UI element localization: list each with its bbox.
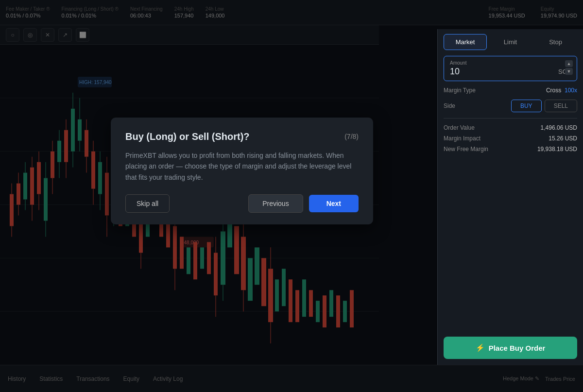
place-order-label: Place Buy Order <box>489 344 546 352</box>
margin-type-row: Margin Type Cross 100x <box>444 87 577 94</box>
margin-type-leverage[interactable]: 100x <box>565 87 577 94</box>
tutorial-card: Buy (Long) or Sell (Short)? (7/8) PrimeX… <box>111 118 373 224</box>
new-free-margin-row: New Free Margin 19,938.18 USD <box>444 146 577 153</box>
tutorial-header: Buy (Long) or Sell (Short)? (7/8) <box>125 131 359 142</box>
side-buttons: BUY SELL <box>511 100 577 112</box>
new-free-margin-label: New Free Margin <box>444 146 488 153</box>
tab-stop[interactable]: Stop <box>534 34 577 50</box>
amount-value[interactable]: 10 <box>450 67 460 77</box>
amount-arrows: ▲ ▼ <box>565 60 573 75</box>
amount-field: Amount 10 SOL ▲ ▼ <box>444 56 577 81</box>
amount-down-button[interactable]: ▼ <box>565 68 573 75</box>
order-panel: Market Limit Stop Amount 10 SOL ▲ ▼ Marg… <box>437 29 583 365</box>
divider <box>444 118 577 119</box>
buy-button[interactable]: BUY <box>511 100 542 112</box>
new-free-margin-value: 19,938.18 USD <box>537 146 577 153</box>
order-value-row: Order Value 1,496.06 USD <box>444 124 577 131</box>
amount-up-button[interactable]: ▲ <box>565 60 573 67</box>
amount-row: 10 SOL <box>450 67 571 77</box>
amount-label: Amount <box>450 60 571 66</box>
margin-impact-value: 15.26 USD <box>549 135 577 142</box>
order-type-tabs: Market Limit Stop <box>438 29 583 50</box>
tutorial-counter: (7/8) <box>344 133 359 140</box>
tutorial-body: PrimeXBT allows you to profit from both … <box>125 150 359 183</box>
tutorial-footer: Skip all Previous Next <box>125 194 359 213</box>
side-label: Side <box>444 102 455 109</box>
skip-all-button[interactable]: Skip all <box>125 194 170 213</box>
side-row: Side BUY SELL <box>444 100 577 112</box>
previous-button[interactable]: Previous <box>248 194 303 213</box>
margin-impact-row: Margin Impact 15.26 USD <box>444 135 577 142</box>
order-values: Order Value 1,496.06 USD Margin Impact 1… <box>444 124 577 153</box>
next-button[interactable]: Next <box>309 195 359 212</box>
place-buy-order-button[interactable]: ⚡ Place Buy Order <box>444 337 577 359</box>
margin-type-value: Cross 100x <box>546 87 577 94</box>
sell-button[interactable]: SELL <box>545 100 577 112</box>
margin-type-cross: Cross <box>546 87 561 94</box>
lightning-icon: ⚡ <box>476 343 485 352</box>
order-value-label: Order Value <box>444 124 475 131</box>
order-body: Amount 10 SOL ▲ ▼ Margin Type Cross 100x… <box>438 50 583 333</box>
tutorial-title: Buy (Long) or Sell (Short)? <box>125 131 250 142</box>
order-value-amount: 1,496.06 USD <box>541 124 577 131</box>
margin-impact-label: Margin Impact <box>444 135 480 142</box>
tab-market[interactable]: Market <box>444 34 487 50</box>
margin-type-label: Margin Type <box>444 87 476 94</box>
tab-limit[interactable]: Limit <box>489 34 532 50</box>
